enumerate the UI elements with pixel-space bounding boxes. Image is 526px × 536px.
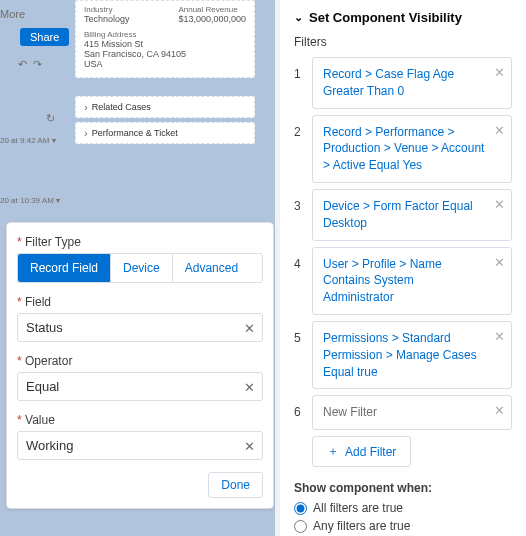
clear-value-icon[interactable]: ✕ xyxy=(244,438,255,453)
chevron-down-icon: ⌄ xyxy=(294,11,303,24)
panel-header[interactable]: ⌄ Set Component Visibility xyxy=(294,10,512,25)
filter-type-label: Filter Type xyxy=(17,235,263,249)
visibility-panel: ⌄ Set Component Visibility Filters 1 Rec… xyxy=(280,0,526,536)
tab-record-field[interactable]: Record Field xyxy=(18,254,111,282)
clear-operator-icon[interactable]: ✕ xyxy=(244,379,255,394)
field-value-industry: Technology xyxy=(84,14,130,24)
filter-number: 6 xyxy=(294,395,306,419)
value-input[interactable] xyxy=(17,431,263,460)
share-button[interactable]: Share xyxy=(20,28,69,46)
remove-filter-icon[interactable]: ✕ xyxy=(494,122,505,140)
radio-any-input[interactable] xyxy=(294,520,307,533)
section-label: Related Cases xyxy=(92,102,151,112)
tab-advanced[interactable]: Advanced xyxy=(173,254,250,282)
timestamp-2: 20 at 10:39 AM ▾ xyxy=(0,196,60,205)
related-cases-section[interactable]: Related Cases xyxy=(75,96,255,118)
filter-row: 4 User > Profile > Name Contains System … xyxy=(294,247,512,315)
tab-device[interactable]: Device xyxy=(111,254,173,282)
filter-number: 1 xyxy=(294,57,306,81)
timestamp-1: 20 at 9:42 AM ▾ xyxy=(0,136,56,145)
record-preview-card: Industry Technology Annual Revenue $13,0… xyxy=(75,0,255,78)
filter-number: 4 xyxy=(294,247,306,271)
filter-item[interactable]: User > Profile > Name Contains System Ad… xyxy=(312,247,512,315)
radio-all-input[interactable] xyxy=(294,502,307,515)
undo-icon[interactable]: ↶ xyxy=(18,58,27,71)
show-when-section: Show component when: All filters are tru… xyxy=(294,481,512,536)
filters-list: 1 Record > Case Flag Age Greater Than 0✕… xyxy=(294,57,512,430)
radio-any[interactable]: Any filters are true xyxy=(294,519,512,533)
value-label: Value xyxy=(17,413,263,427)
add-filter-label: Add Filter xyxy=(345,445,396,459)
field-label: Field xyxy=(17,295,263,309)
filter-row: 1 Record > Case Flag Age Greater Than 0✕ xyxy=(294,57,512,109)
remove-filter-icon[interactable]: ✕ xyxy=(494,402,505,420)
refresh-icon[interactable]: ↻ xyxy=(46,112,55,125)
chevron-right-icon xyxy=(84,127,88,139)
filter-number: 3 xyxy=(294,189,306,213)
redo-icon[interactable]: ↷ xyxy=(33,58,42,71)
filter-row: 3 Device > Form Factor Equal Desktop✕ xyxy=(294,189,512,241)
filter-item[interactable]: Permissions > Standard Permission > Mana… xyxy=(312,321,512,389)
performance-ticket-section[interactable]: Performance & Ticket xyxy=(75,122,255,144)
panel-title: Set Component Visibility xyxy=(309,10,462,25)
done-button[interactable]: Done xyxy=(208,472,263,498)
more-link[interactable]: More xyxy=(0,8,25,20)
field-label-industry: Industry xyxy=(84,5,130,14)
show-when-label: Show component when: xyxy=(294,481,512,495)
remove-filter-icon[interactable]: ✕ xyxy=(494,196,505,214)
filter-item[interactable]: Record > Case Flag Age Greater Than 0✕ xyxy=(312,57,512,109)
filter-editor-card: Filter Type Record Field Device Advanced… xyxy=(6,222,274,509)
remove-filter-icon[interactable]: ✕ xyxy=(494,64,505,82)
billing-line2: San Francisco, CA 94105 xyxy=(84,49,246,59)
filter-row: 5 Permissions > Standard Permission > Ma… xyxy=(294,321,512,389)
plus-icon: ＋ xyxy=(327,443,339,460)
filter-row: 2 Record > Performance > Production > Ve… xyxy=(294,115,512,183)
operator-label: Operator xyxy=(17,354,263,368)
field-label-revenue: Annual Revenue xyxy=(178,5,246,14)
filter-row: 6 New Filter✕ xyxy=(294,395,512,430)
remove-filter-icon[interactable]: ✕ xyxy=(494,328,505,346)
remove-filter-icon[interactable]: ✕ xyxy=(494,254,505,272)
filter-type-segmented: Record Field Device Advanced xyxy=(17,253,263,283)
field-label-billing: Billing Address xyxy=(84,30,246,39)
filter-number: 5 xyxy=(294,321,306,345)
operator-input[interactable] xyxy=(17,372,263,401)
chevron-down-icon[interactable]: ▾ xyxy=(52,136,56,145)
chevron-down-icon[interactable]: ▾ xyxy=(56,196,60,205)
filter-number: 2 xyxy=(294,115,306,139)
filters-heading: Filters xyxy=(294,35,512,49)
filter-item[interactable]: Device > Form Factor Equal Desktop✕ xyxy=(312,189,512,241)
chevron-right-icon xyxy=(84,101,88,113)
billing-line1: 415 Mission St xyxy=(84,39,246,49)
filter-item-new[interactable]: New Filter✕ xyxy=(312,395,512,430)
filter-item[interactable]: Record > Performance > Production > Venu… xyxy=(312,115,512,183)
billing-line3: USA xyxy=(84,59,246,69)
radio-all[interactable]: All filters are true xyxy=(294,501,512,515)
section-label: Performance & Ticket xyxy=(92,128,178,138)
field-value-revenue: $13,000,000,000 xyxy=(178,14,246,24)
field-input[interactable] xyxy=(17,313,263,342)
add-filter-button[interactable]: ＋ Add Filter xyxy=(312,436,411,467)
clear-field-icon[interactable]: ✕ xyxy=(244,320,255,335)
